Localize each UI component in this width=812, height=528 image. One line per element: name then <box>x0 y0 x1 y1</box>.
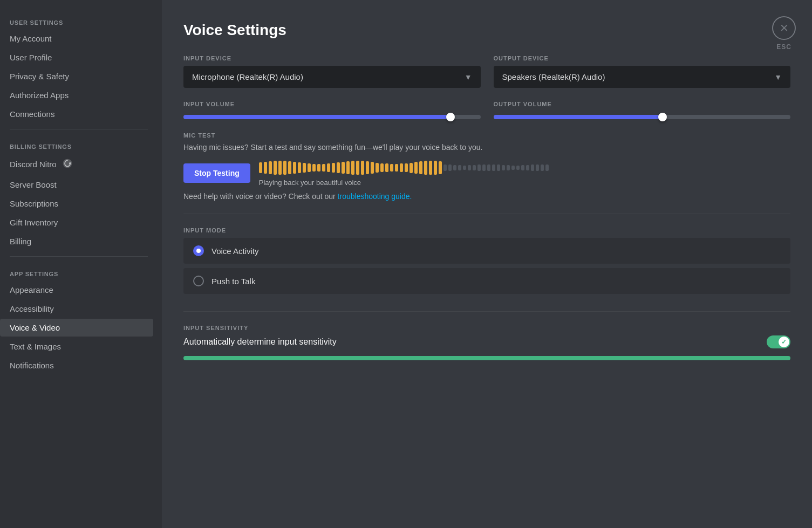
sidebar-item-user-profile[interactable]: User Profile <box>0 49 153 66</box>
meter-bar <box>346 161 350 175</box>
meter-bar <box>288 161 291 174</box>
meter-bar <box>303 163 306 172</box>
sidebar: USER SETTINGS My Account User Profile Pr… <box>0 0 162 528</box>
chevron-down-icon: ▼ <box>465 73 472 81</box>
input-sensitivity-section: INPUT SENSITIVITY Automatically determin… <box>183 325 790 360</box>
meter-bar <box>351 161 354 175</box>
meter-bar <box>463 166 466 170</box>
input-volume-slider[interactable] <box>183 115 481 119</box>
sidebar-item-label: Connections <box>10 109 54 119</box>
meter-bar <box>385 163 388 172</box>
auto-sensitivity-toggle[interactable]: ✓ <box>767 335 790 348</box>
meter-bar <box>516 166 520 170</box>
meter-bar <box>468 165 471 170</box>
sidebar-item-connections[interactable]: Connections <box>0 105 153 123</box>
sidebar-item-billing[interactable]: Billing <box>0 232 153 250</box>
voice-activity-radio[interactable] <box>193 245 204 256</box>
voice-activity-option[interactable]: Voice Activity <box>183 238 790 264</box>
meter-bar <box>541 164 544 171</box>
meter-bar <box>410 163 413 173</box>
input-volume-label: INPUT VOLUME <box>183 101 481 107</box>
page-title: Voice Settings <box>183 22 790 39</box>
mic-test-desc: Having mic issues? Start a test and say … <box>183 143 790 152</box>
meter-bar <box>545 164 549 171</box>
meter-bar <box>482 164 486 171</box>
chevron-down-icon: ▼ <box>774 73 782 81</box>
output-volume-thumb[interactable] <box>658 113 667 121</box>
main-content: Voice Settings INPUT DEVICE Microphone (… <box>162 0 812 528</box>
input-device-label: INPUT DEVICE <box>183 55 481 61</box>
app-settings-section-label: APP SETTINGS <box>0 262 158 280</box>
meter-bar <box>342 162 345 174</box>
sidebar-item-voice-video[interactable]: Voice & Video <box>0 319 153 337</box>
toggle-knob: ✓ <box>779 337 789 347</box>
output-device-label: OUTPUT DEVICE <box>494 55 791 61</box>
meter-bar <box>429 161 432 175</box>
stop-testing-button[interactable]: Stop Testing <box>183 163 250 183</box>
billing-settings-section-label: BILLING SETTINGS <box>0 135 158 153</box>
meter-bar <box>274 161 277 175</box>
meter-bars <box>259 159 790 176</box>
input-device-select[interactable]: Microphone (Realtek(R) Audio) ▼ <box>183 66 481 88</box>
push-to-talk-label: Push to Talk <box>211 277 255 286</box>
meter-bar <box>473 165 476 170</box>
sidebar-item-discord-nitro[interactable]: Discord Nitro <box>0 154 153 175</box>
push-to-talk-radio[interactable] <box>193 276 204 286</box>
sidebar-item-label: Discord Nitro <box>10 160 57 169</box>
output-volume-slider[interactable] <box>494 115 791 119</box>
close-circle[interactable]: ✕ <box>772 16 796 40</box>
checkmark-icon: ✓ <box>781 338 787 346</box>
sidebar-item-appearance[interactable]: Appearance <box>0 281 153 299</box>
sidebar-item-server-boost[interactable]: Server Boost <box>0 176 153 194</box>
sidebar-item-privacy-safety[interactable]: Privacy & Safety <box>0 67 153 85</box>
input-volume-fill <box>183 115 451 119</box>
input-volume-thumb[interactable] <box>446 113 455 121</box>
meter-bar <box>526 165 529 171</box>
sidebar-item-label: Accessibility <box>10 304 54 313</box>
sidebar-item-authorized-apps[interactable]: Authorized Apps <box>0 86 153 104</box>
sidebar-item-label: Voice & Video <box>10 323 60 332</box>
meter-bar <box>312 164 316 172</box>
meter-bar <box>283 161 286 174</box>
sidebar-item-text-images[interactable]: Text & Images <box>0 338 153 355</box>
output-device-select[interactable]: Speakers (Realtek(R) Audio) ▼ <box>494 66 791 88</box>
meter-bar <box>376 163 379 173</box>
volume-row: INPUT VOLUME OUTPUT VOLUME <box>183 101 790 119</box>
meter-bar <box>419 161 422 174</box>
meter-bar <box>269 161 272 174</box>
meter-bar <box>395 164 398 172</box>
sidebar-item-label: My Account <box>10 34 52 43</box>
sidebar-item-my-account[interactable]: My Account <box>0 30 153 47</box>
meter-bar <box>264 162 267 174</box>
push-to-talk-option[interactable]: Push to Talk <box>183 268 790 294</box>
output-volume-label: OUTPUT VOLUME <box>494 101 791 107</box>
sidebar-item-label: User Profile <box>10 53 52 62</box>
meter-bar <box>317 164 320 172</box>
input-mode-section: INPUT MODE Voice Activity Push to Talk <box>183 227 790 312</box>
sidebar-item-subscriptions[interactable]: Subscriptions <box>0 195 153 212</box>
troubleshoot-text: Need help with voice or video? Check out… <box>183 192 790 201</box>
meter-bar <box>259 162 262 173</box>
sidebar-item-notifications[interactable]: Notifications <box>0 356 153 374</box>
sidebar-item-gift-inventory[interactable]: Gift Inventory <box>0 214 153 231</box>
input-volume-group: INPUT VOLUME <box>183 101 481 119</box>
user-settings-section-label: USER SETTINGS <box>0 11 158 29</box>
meter-bar <box>400 163 403 172</box>
svg-point-1 <box>69 162 71 164</box>
sidebar-item-label: Authorized Apps <box>10 91 69 100</box>
divider-billing <box>10 129 148 129</box>
sidebar-item-accessibility[interactable]: Accessibility <box>0 300 153 318</box>
close-button-area[interactable]: ✕ ESC <box>772 16 796 51</box>
output-volume-fill <box>494 115 663 119</box>
meter-container: Playing back your beautiful voice <box>259 159 790 187</box>
mic-test-row: Stop Testing Playing back your beautiful… <box>183 159 790 187</box>
meter-bar <box>502 165 505 171</box>
troubleshoot-link[interactable]: troubleshooting guide. <box>338 192 412 201</box>
meter-bar <box>327 163 330 172</box>
meter-bar <box>293 162 296 174</box>
meter-bar <box>298 162 301 173</box>
device-row: INPUT DEVICE Microphone (Realtek(R) Audi… <box>183 55 790 88</box>
input-device-value: Microphone (Realtek(R) Audio) <box>192 72 303 81</box>
meter-bar <box>322 164 325 172</box>
meter-bar <box>337 162 340 174</box>
